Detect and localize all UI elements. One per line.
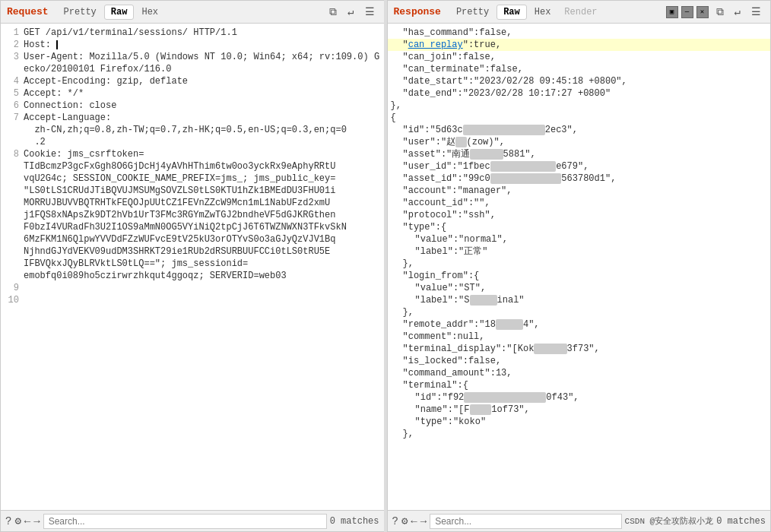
tab-pretty-response[interactable]: Pretty: [450, 5, 495, 19]
window-buttons: ▣ ─ ✕: [666, 6, 709, 18]
table-row: "label":"S inal": [388, 294, 771, 306]
table-row: "terminal":{: [388, 379, 771, 391]
response-tab-bar: Pretty Raw Hex Render: [450, 5, 604, 20]
table-row: "login_from":{: [388, 270, 771, 282]
matches-request: 0 matches: [330, 516, 379, 527]
table-row: 10: [1, 294, 384, 306]
copy-icon-request[interactable]: ⧉: [326, 5, 340, 20]
tab-render-response: Render: [558, 5, 603, 19]
table-row: 5 Accept: */*: [1, 87, 384, 100]
request-footer: ? ⚙ ← → 0 matches: [1, 510, 384, 531]
newline-icon-response[interactable]: ↵: [731, 4, 744, 20]
table-row: 2 Host:: [1, 39, 384, 51]
can-replay-link[interactable]: can replay: [408, 40, 463, 50]
table-row: {: [388, 112, 771, 124]
table-row: "can_join":false,: [388, 51, 771, 63]
close-button[interactable]: ✕: [696, 6, 709, 18]
table-row: "user":"赵 (zow)",: [388, 136, 771, 148]
cursor: [56, 40, 58, 49]
search-input-request[interactable]: [43, 514, 327, 529]
table-row: 7 Accept-Language: zh-CN,zh;q=0.8,zh-TW;…: [1, 112, 384, 148]
matches-response: 0 matches: [716, 516, 766, 527]
response-panel: Response Pretty Raw Hex Render ▣ ─ ✕ ⧉ ↵…: [387, 0, 772, 532]
response-toolbar: ▣ ─ ✕ ⧉ ↵ ☰: [663, 4, 764, 20]
next-icon-response[interactable]: →: [420, 515, 427, 527]
tab-pretty-request[interactable]: Pretty: [58, 5, 103, 19]
request-title: Request: [7, 6, 49, 17]
table-row: "label":"正常": [388, 245, 771, 258]
next-icon-request[interactable]: →: [33, 515, 40, 527]
table-row: "date_end":"2023/02/28 10:17:27 +0800": [388, 87, 771, 100]
prev-icon-response[interactable]: ←: [411, 515, 417, 527]
table-row: "value":"normal",: [388, 233, 771, 245]
table-row: "value":"ST",: [388, 282, 771, 294]
table-row: "asset":"南通 5881",: [388, 148, 771, 160]
table-row: },: [388, 100, 771, 112]
table-row: "remote_addr":"18 4",: [388, 318, 771, 331]
tab-hex-request[interactable]: Hex: [135, 5, 164, 19]
minimize-button[interactable]: ─: [681, 6, 693, 18]
search-input-response[interactable]: [430, 514, 621, 529]
copy-icon-response[interactable]: ⧉: [713, 5, 727, 20]
table-row: 8 Cookie: jms_csrftoken=TIdBcmzP3gcFxGgh…: [1, 148, 384, 282]
request-content: 1 GET /api/v1/terminal/sessions/ HTTP/1.…: [1, 24, 384, 510]
tab-raw-response[interactable]: Raw: [497, 5, 527, 20]
response-content: "has_command":false, "can replay":true, …: [388, 24, 771, 510]
table-row: "date_start":"2023/02/28 09:45:18 +0800"…: [388, 75, 771, 87]
table-row: 4 Accept-Encoding: gzip, deflate: [1, 75, 384, 87]
table-row: "account":"manager",: [388, 185, 771, 197]
table-row: "command_amount":13,: [388, 367, 771, 379]
table-row: "name":"[F 1of73",: [388, 404, 771, 416]
response-footer: ? ⚙ ← → CSDN @安全攻防叔小龙 0 matches: [388, 510, 771, 531]
menu-icon-request[interactable]: ☰: [362, 4, 378, 20]
table-row: "protocol":"ssh",: [388, 209, 771, 221]
table-row: "id":"f92 0f43",: [388, 391, 771, 404]
table-row: "is_locked":false,: [388, 355, 771, 367]
response-title: Response: [394, 6, 441, 17]
table-row: "asset_id":"99c0 563780d1",: [388, 173, 771, 185]
table-row: "comment":null,: [388, 331, 771, 343]
tab-raw-request[interactable]: Raw: [104, 5, 135, 20]
table-row: 6 Connection: close: [1, 100, 384, 112]
table-row: "account_id":"",: [388, 197, 771, 209]
table-row: },: [388, 428, 771, 440]
table-row: "id":"5d63c 2ec3",: [388, 124, 771, 136]
table-row: "type":{: [388, 221, 771, 233]
table-row: "can_terminate":false,: [388, 63, 771, 75]
table-row: "terminal_display":"[Kok 3f73",: [388, 343, 771, 355]
table-row: 1 GET /api/v1/terminal/sessions/ HTTP/1.…: [1, 27, 384, 39]
watermark: CSDN @安全攻防叔小龙: [625, 515, 714, 527]
table-row: },: [388, 258, 771, 270]
prev-icon-request[interactable]: ←: [24, 515, 30, 527]
table-row: "has_command":false,: [388, 27, 771, 39]
tab-hex-response[interactable]: Hex: [528, 5, 557, 19]
response-header: Response Pretty Raw Hex Render ▣ ─ ✕ ⧉ ↵…: [388, 1, 771, 24]
request-header: Request Pretty Raw Hex ⧉ ↵ ☰: [1, 1, 384, 24]
gear-icon-request[interactable]: ⚙: [14, 515, 21, 527]
table-row: 3 User-Agent: Mozilla/5.0 (Windows NT 10…: [1, 51, 384, 75]
table-row: "type":"koko": [388, 416, 771, 428]
request-toolbar: ⧉ ↵ ☰: [326, 4, 377, 20]
restore-button[interactable]: ▣: [666, 6, 678, 18]
help-icon-response[interactable]: ?: [392, 515, 398, 527]
table-row: 9: [1, 282, 384, 294]
request-panel: Request Pretty Raw Hex ⧉ ↵ ☰ 1 GET /api/…: [0, 0, 384, 532]
request-tab-bar: Pretty Raw Hex: [58, 5, 164, 20]
help-icon-request[interactable]: ?: [5, 515, 11, 527]
gear-icon-response[interactable]: ⚙: [401, 515, 408, 527]
menu-icon-response[interactable]: ☰: [748, 4, 764, 20]
newline-icon-request[interactable]: ↵: [344, 4, 357, 20]
table-row: "can replay":true,: [388, 39, 771, 51]
table-row: },: [388, 306, 771, 318]
table-row: "user_id":"1fbec e679",: [388, 160, 771, 173]
